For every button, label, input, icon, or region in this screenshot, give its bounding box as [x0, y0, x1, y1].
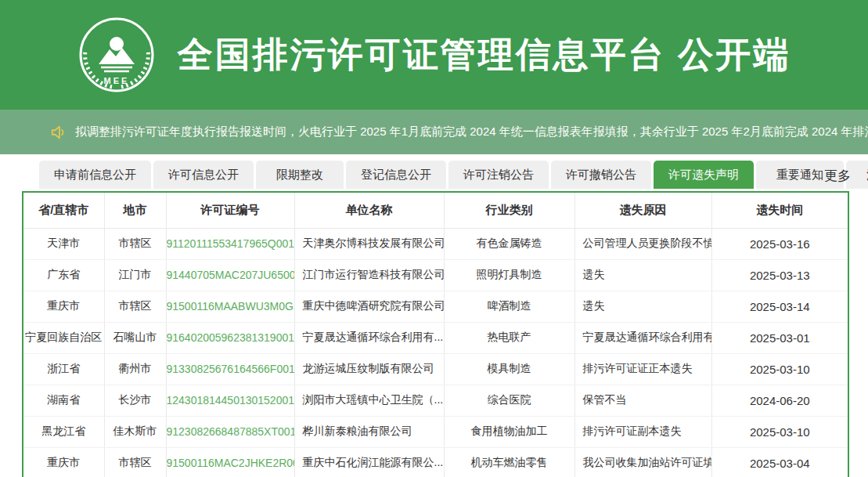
table-body: 天津市市辖区91120111553417965Q001U天津奥尔博科技发展有限公… [23, 228, 848, 477]
cell-company: 江门市运行智造科技有限公司 [294, 259, 444, 291]
cell-company: 天津奥尔博科技发展有限公司 [294, 228, 444, 259]
speaker-icon [50, 124, 67, 141]
cell-company: 龙游运城压纹制版有限公司 [294, 353, 444, 385]
cell-city: 市辖区 [104, 291, 166, 322]
cell-industry: 啤酒制造 [444, 291, 574, 322]
site-header: MEE 全国排污许可证管理信息平台 公开端 [0, 0, 868, 110]
cell-reason: 遗失 [574, 259, 711, 291]
table-row: 湖南省长沙市124301814450130152001X浏阳市大瑶镇中心卫生院（… [23, 385, 848, 416]
tab-0[interactable]: 申请前信息公开 [39, 161, 151, 189]
cell-reason: 保管不当 [574, 385, 711, 416]
cell-reason: 排污许可证副本遗失 [574, 416, 711, 447]
lost-permit-table: 省/直辖市地市许可证编号单位名称行业类别遗失原因遗失时间 天津市市辖区91120… [23, 193, 848, 477]
cell-province: 湖南省 [23, 385, 104, 416]
permit-number-link[interactable]: 9123082668487885XT001X [166, 416, 294, 447]
cell-date: 2025-03-01 [711, 322, 848, 353]
tab-2[interactable]: 限期整改 [256, 161, 344, 189]
cell-company: 重庆中石化润江能源有限公... [294, 447, 444, 477]
cell-industry: 食用植物油加工 [444, 416, 574, 447]
more-link[interactable]: 更多 [824, 167, 851, 185]
cell-province: 重庆市 [23, 291, 104, 322]
cell-industry: 照明灯具制造 [444, 259, 574, 291]
table-row: 重庆市市辖区91500116MAC2JHKE2R00...重庆中石化润江能源有限… [23, 447, 848, 477]
permit-number-link[interactable]: 124301814450130152001X [166, 385, 294, 416]
cell-reason: 宁夏晟达通循环综合利用有... [574, 322, 711, 353]
page-title: 全国排污许可证管理信息平台 公开端 [178, 31, 791, 78]
column-header-2: 许可证编号 [166, 193, 294, 228]
column-header-6: 遗失时间 [711, 193, 848, 228]
tabs-row: 申请前信息公开许可信息公开限期整改登记信息公开许可注销公告许可撤销公告许可遗失声… [0, 161, 868, 189]
cell-date: 2025-03-16 [711, 228, 848, 259]
permit-number-link[interactable]: 91120111553417965Q001U [166, 228, 294, 259]
cell-city: 市辖区 [104, 228, 166, 259]
column-header-1: 地市 [104, 193, 166, 228]
permit-number-link[interactable]: 91440705MAC207JU65001U [166, 259, 294, 291]
cell-company: 宁夏晟达通循环综合利用有... [294, 322, 444, 353]
table-row: 黑龙江省佳木斯市9123082668487885XT001X桦川新泰粮油有限公司… [23, 416, 848, 447]
tab-3[interactable]: 登记信息公开 [346, 161, 446, 189]
tab-5[interactable]: 许可撤销公告 [551, 161, 651, 189]
mee-logo-icon: MEE [77, 16, 156, 94]
tab-list: 申请前信息公开许可信息公开限期整改登记信息公开许可注销公告许可撤销公告许可遗失声… [39, 161, 868, 189]
cell-city: 佳木斯市 [104, 416, 166, 447]
tab-6[interactable]: 许可遗失声明 [654, 161, 754, 189]
cell-industry: 有色金属铸造 [444, 228, 574, 259]
table-row: 宁夏回族自治区石嘴山市916402005962381319001V宁夏晟达通循环… [23, 322, 848, 353]
table-row: 广东省江门市91440705MAC207JU65001U江门市运行智造科技有限公… [23, 259, 848, 291]
cell-city: 衢州市 [104, 353, 166, 385]
column-header-3: 单位名称 [294, 193, 444, 228]
cell-reason: 公司管理人员更换阶段不慎... [574, 228, 711, 259]
cell-province: 浙江省 [23, 353, 104, 385]
cell-province: 黑龙江省 [23, 416, 104, 447]
cell-industry: 热电联产 [444, 322, 574, 353]
cell-reason: 我公司收集加油站许可证填... [574, 447, 711, 477]
cell-company: 桦川新泰粮油有限公司 [294, 416, 444, 447]
cell-date: 2025-03-10 [711, 353, 848, 385]
table-row: 天津市市辖区91120111553417965Q001U天津奥尔博科技发展有限公… [23, 228, 848, 259]
notice-marquee: 拟调整排污许可证年度执行报告报送时间，火电行业于 2025 年1月底前完成 20… [75, 125, 868, 139]
cell-city: 江门市 [104, 259, 166, 291]
cell-city: 长沙市 [104, 385, 166, 416]
cell-date: 2025-03-14 [711, 291, 848, 322]
cell-reason: 遗失 [574, 291, 711, 322]
svg-text:MEE: MEE [103, 76, 129, 85]
table-header-row: 省/直辖市地市许可证编号单位名称行业类别遗失原因遗失时间 [23, 193, 848, 228]
column-header-4: 行业类别 [444, 193, 574, 228]
cell-province: 广东省 [23, 259, 104, 291]
cell-city: 石嘴山市 [104, 322, 166, 353]
cell-date: 2025-03-10 [711, 416, 848, 447]
column-header-5: 遗失原因 [574, 193, 711, 228]
cell-province: 重庆市 [23, 447, 104, 477]
cell-industry: 模具制造 [444, 353, 574, 385]
table-row: 重庆市市辖区91500116MAABWU3M0G...重庆中德啤酒研究院有限公司… [23, 291, 848, 322]
cell-date: 2025-03-04 [711, 447, 848, 477]
cell-province: 天津市 [23, 228, 104, 259]
cell-province: 宁夏回族自治区 [23, 322, 104, 353]
cell-date: 2025-03-13 [711, 259, 848, 291]
lost-permit-table-container: 省/直辖市地市许可证编号单位名称行业类别遗失原因遗失时间 天津市市辖区91120… [22, 191, 849, 477]
permit-number-link[interactable]: 91500116MAC2JHKE2R00... [166, 447, 294, 477]
column-header-0: 省/直辖市 [23, 193, 104, 228]
cell-company: 重庆中德啤酒研究院有限公司 [294, 291, 444, 322]
cell-city: 市辖区 [104, 447, 166, 477]
tab-1[interactable]: 许可信息公开 [153, 161, 254, 189]
permit-number-link[interactable]: 91500116MAABWU3M0G... [166, 291, 294, 322]
tab-4[interactable]: 许可注销公告 [448, 161, 549, 189]
permit-number-link[interactable]: 916402005962381319001V [166, 322, 294, 353]
cell-date: 2024-06-20 [711, 385, 848, 416]
table-row: 浙江省衢州市91330825676164566F001W龙游运城压纹制版有限公司… [23, 353, 848, 385]
notice-bar: 拟调整排污许可证年度执行报告报送时间，火电行业于 2025 年1月底前完成 20… [0, 110, 868, 154]
permit-number-link[interactable]: 91330825676164566F001W [166, 353, 294, 385]
cell-company: 浏阳市大瑶镇中心卫生院（... [294, 385, 444, 416]
cell-industry: 机动车燃油零售 [444, 447, 574, 477]
cell-industry: 综合医院 [444, 385, 574, 416]
cell-reason: 排污许可证证正本遗失 [574, 353, 711, 385]
